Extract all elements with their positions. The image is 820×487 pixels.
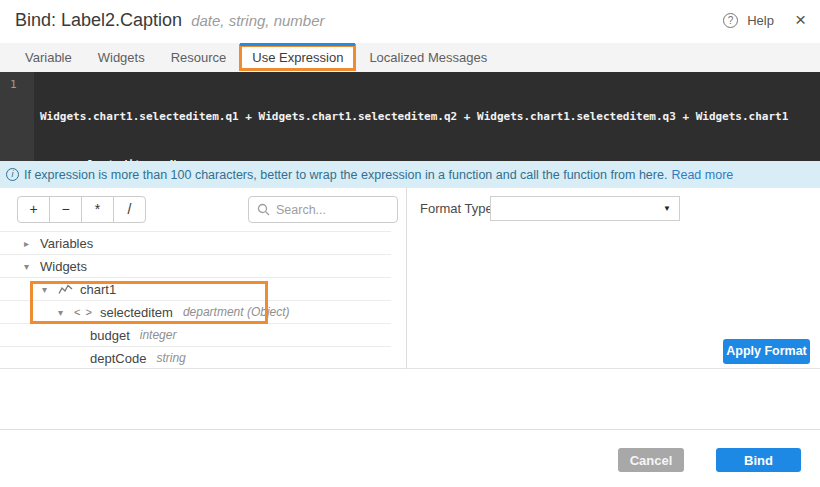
- expression-editor[interactable]: 1 Widgets.chart1.selecteditem.q1 + Widge…: [0, 72, 820, 161]
- editor-gutter: [0, 72, 34, 161]
- multiply-operator-button[interactable]: *: [81, 196, 114, 223]
- dialog-footer: Cancel Bind: [0, 429, 820, 487]
- tree-item-type: integer: [140, 328, 177, 342]
- format-panel: Format Type ▼ Apply Format: [408, 188, 820, 369]
- dialog-header: Bind: Label2.Captiondate, string, number…: [0, 0, 820, 43]
- tree-item-label: deptCode: [90, 351, 146, 366]
- bind-dialog: Bind: Label2.Captiondate, string, number…: [0, 0, 820, 487]
- tree-item-label: chart1: [80, 282, 116, 297]
- tab-use-expression[interactable]: Use Expression: [239, 44, 356, 71]
- operator-toolbar: + − * /: [17, 196, 146, 223]
- info-text: If expression is more than 100 character…: [24, 168, 667, 182]
- minus-operator-button[interactable]: −: [49, 196, 82, 223]
- chevron-down-icon[interactable]: ▾: [58, 307, 74, 318]
- tree-item-deptcode[interactable]: deptCode string: [0, 346, 391, 369]
- tree-item-chart1[interactable]: ▾ chart1: [0, 277, 391, 300]
- tree-item-type: department (Object): [183, 305, 290, 319]
- read-more-link[interactable]: Read more: [671, 168, 733, 182]
- close-icon[interactable]: ×: [795, 11, 806, 29]
- tab-variable[interactable]: Variable: [12, 43, 85, 72]
- search-icon: [257, 203, 270, 216]
- tree-item-variables[interactable]: ▸ Variables: [0, 231, 391, 254]
- bind-button[interactable]: Bind: [716, 448, 801, 472]
- bind-source-panel: + − * / ▸ Variables ▾ Widgets: [0, 188, 407, 369]
- code-brackets-icon: < >: [74, 306, 93, 318]
- tree-item-label: Widgets: [40, 259, 87, 274]
- plus-operator-button[interactable]: +: [17, 196, 50, 223]
- divide-operator-button[interactable]: /: [113, 196, 146, 223]
- dialog-subtitle: date, string, number: [191, 12, 324, 29]
- tree-item-type: string: [156, 351, 185, 365]
- format-type-label: Format Type: [420, 201, 493, 216]
- expression-line-1: Widgets.chart1.selecteditem.q1 + Widgets…: [40, 109, 788, 125]
- search-input[interactable]: [276, 203, 389, 217]
- line-chart-icon: [58, 284, 73, 295]
- dialog-title: Bind: Label2.Caption: [15, 10, 182, 30]
- content-area: + − * / ▸ Variables ▾ Widgets: [0, 188, 820, 369]
- tree-item-widgets[interactable]: ▾ Widgets: [0, 254, 391, 277]
- chevron-down-icon[interactable]: ▾: [24, 261, 40, 272]
- tree-item-budget[interactable]: budget integer: [0, 323, 391, 346]
- help-icon[interactable]: ?: [723, 13, 738, 28]
- search-box[interactable]: [248, 196, 398, 223]
- tab-bar: Variable Widgets Resource Use Expression…: [0, 43, 820, 72]
- info-icon: i: [6, 168, 19, 181]
- tab-widgets[interactable]: Widgets: [85, 43, 158, 72]
- tab-resource[interactable]: Resource: [158, 43, 240, 72]
- help-link[interactable]: Help: [747, 13, 774, 28]
- apply-format-button[interactable]: Apply Format: [723, 339, 810, 364]
- info-banner: i If expression is more than 100 charact…: [0, 161, 820, 188]
- chevron-down-icon[interactable]: ▾: [42, 284, 58, 295]
- cancel-button[interactable]: Cancel: [618, 448, 684, 472]
- chevron-right-icon[interactable]: ▸: [24, 238, 40, 249]
- page-title: Bind: Label2.Captiondate, string, number: [15, 10, 325, 31]
- tree-item-label: Variables: [40, 236, 93, 251]
- tab-localized-messages[interactable]: Localized Messages: [356, 43, 500, 72]
- bind-tree: ▸ Variables ▾ Widgets ▾ chart1: [0, 231, 391, 369]
- tree-item-label: budget: [90, 328, 130, 343]
- format-type-dropdown[interactable]: ▼: [490, 196, 680, 221]
- dropdown-caret-icon: ▼: [663, 204, 671, 213]
- line-number: 1: [10, 78, 17, 91]
- tree-item-label: selecteditem: [100, 305, 173, 320]
- tree-item-selecteditem[interactable]: ▾ < > selecteditem department (Object): [0, 300, 391, 323]
